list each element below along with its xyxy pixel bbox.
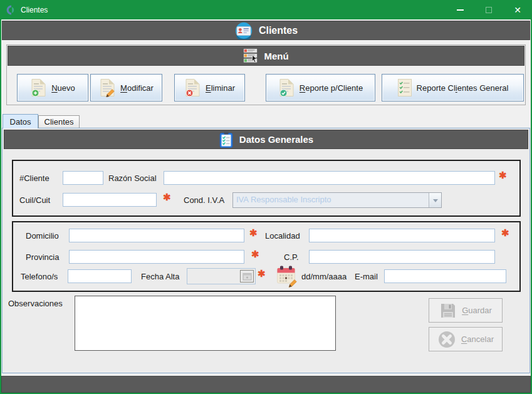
- cp-label: C.P.: [284, 252, 299, 262]
- report-check-document-icon: [278, 78, 295, 97]
- razon-social-input[interactable]: [164, 171, 495, 185]
- localidad-label: Localidad: [265, 231, 300, 241]
- cancel-circle-icon: [437, 330, 456, 349]
- tab-clientes-label: Clientes: [44, 117, 74, 127]
- domicilio-required-marker: ✱: [249, 227, 258, 239]
- report-general-button-label: Reporte Clientes General: [417, 83, 509, 93]
- fecha-alta-required-marker: ✱: [258, 268, 266, 279]
- razon-social-label: Razón Social: [108, 174, 157, 183]
- close-button[interactable]: ✕: [503, 0, 532, 19]
- cp-input[interactable]: [309, 250, 495, 264]
- chevron-down-icon: [433, 199, 438, 205]
- report-general-button[interactable]: Reporte Clientes General: [382, 74, 524, 101]
- cond-iva-dropdown-button[interactable]: [429, 193, 441, 207]
- minimize-button[interactable]: [446, 0, 474, 19]
- titlebar: Clientes ✕: [0, 0, 532, 19]
- observaciones-label: Observaciones: [8, 299, 63, 308]
- fecha-format-hint: dd/mm/aaaa: [301, 272, 347, 281]
- window-controls: ✕: [446, 0, 532, 19]
- razon-social-required-marker: ✱: [499, 170, 507, 181]
- report-client-button[interactable]: Reporte p/Cliente: [266, 74, 375, 101]
- close-icon: ✕: [514, 6, 521, 14]
- cond-iva-value: IVA Responsable Inscripto: [233, 193, 429, 207]
- clients-card-icon: [234, 22, 253, 39]
- domicilio-label: Domicilio: [26, 231, 59, 241]
- new-document-icon: [30, 78, 47, 97]
- maximize-button[interactable]: [474, 0, 503, 19]
- observaciones-textarea[interactable]: [75, 296, 336, 351]
- modify-button-label: Modificar: [120, 83, 154, 93]
- delete-document-icon: [184, 78, 201, 97]
- delete-button[interactable]: Eliminar: [174, 74, 245, 101]
- fecha-alta-datepicker[interactable]: [187, 268, 256, 284]
- calendar-edit-icon: [276, 264, 298, 288]
- section-bar: Datos Generales: [4, 130, 528, 149]
- maximize-icon: [486, 7, 492, 13]
- telefono-input[interactable]: [68, 269, 132, 283]
- provincia-input[interactable]: [69, 250, 244, 264]
- modify-button[interactable]: Modificar: [90, 74, 162, 101]
- identity-group: #Cliente Razón Social ✱ Cuil/Cuit ✱ Cond…: [12, 160, 521, 217]
- new-button[interactable]: Nuevo: [17, 74, 88, 101]
- floppy-disk-icon: [439, 302, 457, 319]
- header-title: Clientes: [259, 25, 298, 36]
- save-button-label: Guardar: [462, 306, 492, 315]
- mini-calendar-icon: [243, 272, 252, 281]
- provincia-label: Provincia: [26, 252, 59, 262]
- tab-page-datos: Datos Generales #Cliente Razón Social ✱ …: [2, 128, 530, 373]
- header-bar: Clientes: [2, 21, 530, 40]
- cancel-button-label: Cancelar: [461, 334, 494, 344]
- cuil-input[interactable]: [63, 193, 157, 207]
- cuil-label: Cuil/Cuit: [19, 195, 50, 205]
- report-client-button-label: Reporte p/Cliente: [300, 83, 363, 93]
- provincia-required-marker: ✱: [251, 249, 259, 260]
- telefono-label: Telefono/s: [21, 272, 58, 281]
- clipboard-checklist-icon: [219, 131, 234, 148]
- menu-panel: Menú Nuevo: [6, 44, 526, 105]
- app-window: Clientes ✕ Clientes: [0, 0, 532, 394]
- email-input[interactable]: [384, 269, 506, 283]
- minimize-icon: [457, 9, 464, 11]
- fecha-alta-calendar-button[interactable]: [240, 270, 254, 283]
- save-button[interactable]: Guardar: [429, 298, 503, 323]
- app-logo-icon: [6, 5, 16, 15]
- cliente-input[interactable]: [63, 171, 103, 185]
- email-label: E-mail: [355, 272, 378, 281]
- status-bar: [1, 376, 531, 393]
- cliente-label: #Cliente: [19, 174, 50, 183]
- client-area: Clientes Menú: [1, 19, 531, 393]
- address-group: Domicilio ✱ Localidad ✱ Provincia ✱ C.P.…: [12, 221, 521, 292]
- new-button-label: Nuevo: [51, 83, 75, 93]
- window-title: Clientes: [21, 6, 48, 14]
- section-title: Datos Generales: [239, 134, 313, 145]
- domicilio-input[interactable]: [69, 229, 244, 242]
- delete-button-label: Eliminar: [206, 83, 235, 93]
- menu-bar: Menú: [8, 46, 524, 66]
- fecha-alta-label: Fecha Alta: [141, 272, 179, 281]
- localidad-required-marker: ✱: [501, 227, 509, 239]
- cancel-button[interactable]: Cancelar: [429, 327, 503, 351]
- cond-iva-label: Cond. I.V.A: [184, 195, 224, 205]
- tab-datos[interactable]: Datos: [3, 114, 38, 128]
- cuil-required-marker: ✱: [163, 192, 171, 203]
- menu-title: Menú: [264, 51, 288, 61]
- edit-document-icon: [99, 78, 116, 97]
- tab-clientes[interactable]: Clientes: [38, 115, 80, 128]
- cond-iva-combobox[interactable]: IVA Responsable Inscripto: [232, 192, 442, 208]
- localidad-input[interactable]: [309, 229, 495, 242]
- tab-datos-label: Datos: [10, 117, 31, 127]
- menu-icon: [243, 48, 258, 64]
- checklist-document-icon: [397, 78, 412, 97]
